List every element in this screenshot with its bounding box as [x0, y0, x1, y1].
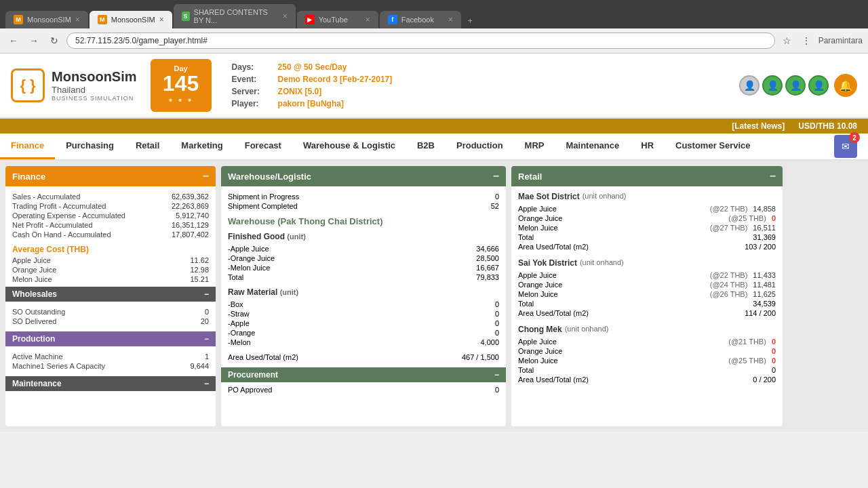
- tab-facebook-close[interactable]: ×: [448, 15, 453, 24]
- nav-item-hr[interactable]: HR: [630, 134, 665, 159]
- bookmark-button[interactable]: ☆: [779, 33, 795, 49]
- netprofit-label: Net Profit - Accumulated: [12, 221, 93, 229]
- finance-panel-close[interactable]: −: [203, 170, 209, 182]
- opex-label: Operating Expense - Accumulated: [12, 211, 125, 220]
- rm-box: -Box 0: [228, 300, 499, 309]
- maintenance-toggle: −: [204, 379, 209, 388]
- sai-yok-orange-price: (@24 THB): [710, 281, 748, 289]
- new-tab-button[interactable]: +: [465, 14, 475, 28]
- warehouse-panel: Warehouse/Logistic − Shipment in Progres…: [221, 166, 506, 426]
- po-approved-label: PO Approved: [228, 386, 272, 394]
- raw-material-unit: (unit): [280, 288, 298, 296]
- fg-apple-label: -Apple Juice: [228, 245, 269, 253]
- header-right: 👤 👤 👤 👤 🔔: [739, 74, 857, 97]
- tab-ms2-close[interactable]: ×: [159, 15, 164, 24]
- active-machine-label: Active Machine: [12, 352, 63, 361]
- rm-melon-label: -Melon: [228, 338, 251, 346]
- retail-panel-close[interactable]: −: [770, 170, 776, 182]
- address-bar[interactable]: [66, 33, 775, 49]
- raw-material-title: Raw Material (unit): [228, 287, 499, 297]
- chong-mek-apple: Apple Juice (@21 THB) 0: [518, 337, 776, 346]
- chong-mek-melon: Melon Juice (@25 THB) 0: [518, 356, 776, 365]
- nav-item-mrp[interactable]: MRP: [514, 134, 555, 159]
- nav-item-maintenance[interactable]: Maintenance: [555, 134, 631, 159]
- production-header[interactable]: Production −: [5, 331, 216, 346]
- tab-youtube[interactable]: ▶ YouTube ×: [297, 11, 378, 28]
- shipment-completed-value: 52: [491, 202, 499, 210]
- tab-youtube-label: YouTube: [319, 16, 348, 24]
- nav-item-production[interactable]: Production: [446, 134, 514, 159]
- sai-yok-total-value: 34,539: [753, 300, 776, 308]
- nav-item-b2b[interactable]: B2B: [406, 134, 446, 159]
- finished-good-unit: (unit): [287, 232, 305, 241]
- sai-yok-total: Total 34,539: [518, 299, 776, 308]
- tab-youtube-close[interactable]: ×: [366, 15, 370, 24]
- avatar-4: 👤: [808, 75, 829, 96]
- player-label: Player:: [232, 99, 273, 108]
- tab-ms2[interactable]: M MonsoonSIM ×: [90, 11, 172, 28]
- tab-ms1[interactable]: M MonsoonSIM ×: [5, 11, 88, 28]
- rm-orange: -Orange 0: [228, 328, 499, 338]
- shipment-progress-value: 0: [495, 192, 499, 201]
- avg-apple: Apple Juice 11.62: [12, 256, 209, 265]
- rm-straw-label: -Straw: [228, 310, 250, 318]
- back-button[interactable]: ←: [5, 33, 22, 49]
- nav-item-finance[interactable]: Finance: [0, 134, 55, 159]
- nav-item-marketing[interactable]: Marketing: [170, 134, 233, 159]
- sai-yok-total-label: Total: [518, 300, 534, 308]
- warehouse-panel-close[interactable]: −: [493, 170, 499, 182]
- so-delivered-value: 20: [201, 317, 209, 325]
- avg-melon-label: Melon Juice: [12, 275, 52, 283]
- tab-facebook[interactable]: f Facebook ×: [380, 11, 461, 28]
- sai-yok-apple-label: Apple Juice: [518, 271, 557, 279]
- sai-yok-melon-value: (@26 THB) 11,625: [710, 290, 776, 298]
- tab-ms1-label: MonsoonSIM: [27, 16, 71, 24]
- event-value: Demo Record 3 [Feb-27-2017]: [278, 75, 393, 84]
- nav-item-customer-service[interactable]: Customer Service: [665, 134, 762, 159]
- browser-toolbar: ← → ↻ ☆ ⋮ Paramintara: [0, 28, 868, 54]
- mae-sot-melon-value: (@27 THB) 16,511: [710, 224, 776, 232]
- menu-button[interactable]: ⋮: [798, 33, 814, 49]
- nav-item-forecast[interactable]: Forecast: [234, 134, 292, 159]
- tab-ms2-label: MonsoonSIM: [111, 16, 155, 24]
- nav-right: ✉ 2: [834, 135, 868, 158]
- mae-sot-apple: Apple Juice (@22 THB) 14,858: [518, 204, 776, 214]
- finance-row-sales: Sales - Accumulated 62,639,362: [12, 192, 209, 201]
- netprofit-value: 16,351,129: [172, 221, 209, 229]
- nav-item-purchasing[interactable]: Purchasing: [55, 134, 125, 159]
- active-machine: Active Machine 1: [12, 352, 209, 361]
- tab-facebook-favicon: f: [388, 15, 397, 24]
- reload-button[interactable]: ↻: [46, 33, 62, 49]
- maintenance-header[interactable]: Maintenance −: [5, 376, 216, 391]
- sai-yok-area-value: 114 / 200: [745, 309, 776, 317]
- forward-button[interactable]: →: [26, 33, 42, 49]
- sai-yok-melon-label: Melon Juice: [518, 290, 558, 298]
- so-delivered: SO Delivered 20: [12, 317, 209, 326]
- notification-button[interactable]: 🔔: [834, 74, 857, 97]
- server-row-days: Days: 250 @ 50 Sec/Day: [232, 62, 393, 72]
- tab-ms1-favicon: M: [14, 15, 23, 24]
- server-row-player: Player: pakorn [BuNgha]: [232, 99, 393, 108]
- fg-orange: -Orange Juice 28,500: [228, 253, 499, 263]
- finance-panel: Finance − Sales - Accumulated 62,639,362…: [5, 166, 216, 426]
- tab-ms1-close[interactable]: ×: [75, 15, 80, 24]
- chong-mek-apple-label: Apple Juice: [518, 338, 557, 346]
- mae-sot-melon: Melon Juice (@27 THB) 16,511: [518, 223, 776, 232]
- inbox-button[interactable]: ✉ 2: [834, 135, 857, 158]
- mae-sot-area-value: 103 / 200: [745, 243, 776, 251]
- logo-tagline: BUSINESS SIMULATION: [52, 95, 137, 102]
- sai-yok-area: Area Used/Total (m2) 114 / 200: [518, 308, 776, 318]
- mae-sot-melon-price: (@27 THB): [710, 224, 748, 232]
- notification-icon: 🔔: [839, 79, 852, 92]
- nav-item-retail[interactable]: Retail: [125, 134, 170, 159]
- sai-yok-apple-qty: 11,433: [753, 271, 776, 279]
- tab-shared-close[interactable]: ×: [283, 12, 288, 21]
- finance-row-opex: Operating Expense - Accumulated 5,912,74…: [12, 211, 209, 220]
- rm-apple-label: -Apple: [228, 319, 250, 327]
- procurement-header[interactable]: Procurement −: [221, 367, 506, 382]
- tab-shared[interactable]: S SHARED CONTENTS BY N... ×: [174, 4, 296, 28]
- chong-mek-total-value: 0: [772, 366, 776, 374]
- wholesales-header[interactable]: Wholesales −: [5, 287, 216, 302]
- nav-item-warehouse[interactable]: Warehouse & Logistic: [292, 134, 406, 159]
- fg-melon-value: 16,667: [476, 264, 499, 272]
